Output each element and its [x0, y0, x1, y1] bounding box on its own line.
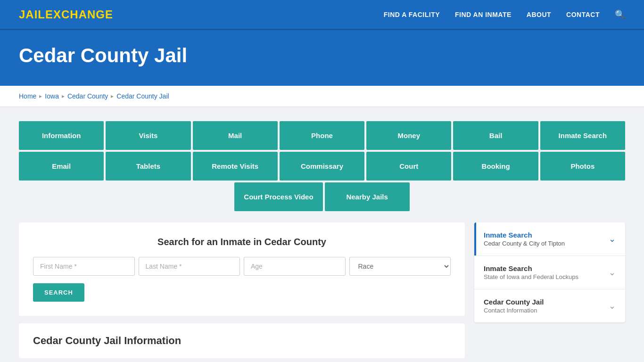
breadcrumb-home[interactable]: Home	[19, 92, 36, 100]
search-fields: Race White Black Hispanic Asian Other	[33, 257, 451, 276]
site-logo[interactable]: JAILEXCHANGE	[19, 8, 113, 21]
sidebar-contact-info[interactable]: Cedar County Jail Contact Information ⌄	[474, 289, 625, 322]
find-inmate-link[interactable]: FIND AN INMATE	[455, 11, 512, 18]
tiles-row-3: Court Process Video Nearby Jails	[19, 182, 625, 211]
logo-exchange: EXCHANGE	[45, 8, 113, 21]
tiles-row-1: Information Visits Mail Phone Money Bail…	[19, 121, 625, 150]
nav-links: FIND A FACILITY FIND AN INMATE ABOUT CON…	[384, 9, 625, 20]
tiles-row-2: Email Tablets Remote Visits Commissary C…	[19, 152, 625, 181]
sidebar-item-subtitle-1: Cedar County & City of Tipton	[484, 240, 565, 247]
sidebar-item-title-3: Cedar County Jail	[484, 298, 544, 306]
chevron-down-icon-2: ⌄	[609, 267, 616, 278]
hero-banner: Cedar County Jail	[0, 30, 644, 86]
sidebar-inmate-search-cedar[interactable]: Inmate Search Cedar County & City of Tip…	[474, 222, 625, 256]
jail-info-section: Cedar County Jail Information	[19, 323, 465, 358]
main-content: Information Visits Mail Phone Money Bail…	[0, 107, 644, 362]
tile-information[interactable]: Information	[19, 121, 104, 150]
search-button[interactable]: SEARCH	[33, 283, 84, 302]
sidebar-item-title-2: Inmate Search	[484, 264, 578, 272]
last-name-input[interactable]	[139, 257, 240, 276]
sidebar-item-subtitle-3: Contact Information	[484, 307, 544, 314]
search-icon[interactable]: 🔍	[615, 9, 625, 20]
search-title: Search for an Inmate in Cedar County	[33, 237, 451, 247]
tile-court[interactable]: Court	[366, 152, 451, 181]
chevron-down-icon-3: ⌄	[609, 301, 616, 311]
contact-link[interactable]: CONTACT	[566, 11, 600, 18]
breadcrumb-iowa[interactable]: Iowa	[45, 92, 59, 100]
find-facility-link[interactable]: FIND A FACILITY	[384, 11, 440, 18]
chevron-down-icon-1: ⌄	[609, 234, 616, 244]
age-input[interactable]	[244, 257, 346, 276]
breadcrumb-cedar-county[interactable]: Cedar County	[67, 92, 108, 100]
sidebar-item-title-1: Inmate Search	[484, 231, 565, 239]
tile-phone[interactable]: Phone	[280, 121, 364, 150]
tile-remote-visits[interactable]: Remote Visits	[193, 152, 278, 181]
tile-photos[interactable]: Photos	[540, 152, 625, 181]
race-select[interactable]: Race White Black Hispanic Asian Other	[349, 257, 451, 276]
inmate-search-box: Search for an Inmate in Cedar County Rac…	[19, 222, 465, 316]
sidebar: Inmate Search Cedar County & City of Tip…	[474, 222, 625, 322]
page-title: Cedar County Jail	[19, 44, 625, 67]
sidebar-inmate-search-iowa[interactable]: Inmate Search State of Iowa and Federal …	[474, 256, 625, 289]
tile-visits[interactable]: Visits	[106, 121, 190, 150]
content-layout: Search for an Inmate in Cedar County Rac…	[19, 222, 625, 358]
tile-inmate-search[interactable]: Inmate Search	[540, 121, 625, 150]
tile-tablets[interactable]: Tablets	[106, 152, 190, 181]
sidebar-card: Inmate Search Cedar County & City of Tip…	[474, 222, 625, 322]
breadcrumb-sep-2: ▸	[62, 93, 65, 99]
tile-mail[interactable]: Mail	[193, 121, 278, 150]
tile-bail[interactable]: Bail	[453, 121, 538, 150]
breadcrumb-current: Cedar County Jail	[116, 92, 169, 100]
breadcrumb: Home ▸ Iowa ▸ Cedar County ▸ Cedar Count…	[19, 92, 625, 100]
tile-booking[interactable]: Booking	[453, 152, 538, 181]
breadcrumb-sep-3: ▸	[111, 93, 114, 99]
first-name-input[interactable]	[33, 257, 135, 276]
main-nav: JAILEXCHANGE FIND A FACILITY FIND AN INM…	[0, 0, 644, 30]
jail-info-title: Cedar County Jail Information	[33, 335, 451, 347]
logo-jail: JAIL	[19, 8, 45, 21]
tile-court-process-video[interactable]: Court Process Video	[234, 182, 322, 211]
breadcrumb-sep-1: ▸	[39, 93, 42, 99]
tile-nearby-jails[interactable]: Nearby Jails	[325, 182, 410, 211]
tile-email[interactable]: Email	[19, 152, 104, 181]
tile-commissary[interactable]: Commissary	[280, 152, 364, 181]
about-link[interactable]: ABOUT	[527, 11, 551, 18]
sidebar-item-subtitle-2: State of Iowa and Federal Lockups	[484, 273, 578, 280]
left-column: Search for an Inmate in Cedar County Rac…	[19, 222, 465, 358]
breadcrumb-bar: Home ▸ Iowa ▸ Cedar County ▸ Cedar Count…	[0, 86, 644, 107]
tile-money[interactable]: Money	[366, 121, 451, 150]
